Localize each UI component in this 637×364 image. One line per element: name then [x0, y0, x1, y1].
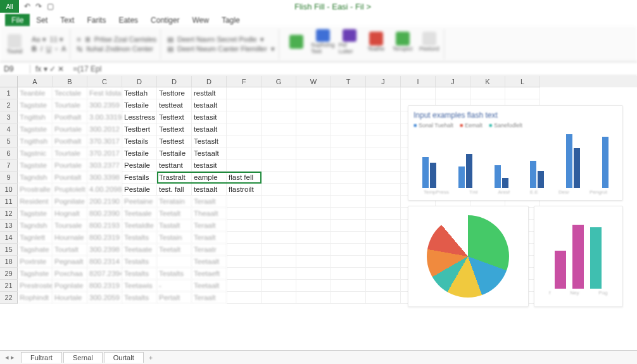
cell[interactable]: Tagshate [18, 244, 53, 256]
cell[interactable] [470, 172, 505, 184]
app-button[interactable]: All [0, 0, 19, 13]
column-header[interactable]: C [87, 76, 122, 87]
cell[interactable] [401, 111, 436, 123]
cell[interactable] [366, 256, 401, 268]
cell[interactable] [436, 256, 470, 268]
cell[interactable] [296, 256, 331, 268]
row-header[interactable]: 2 [0, 99, 18, 111]
cell[interactable]: 300.3398 [87, 172, 122, 184]
ribbon-tab-text[interactable]: Text [54, 14, 80, 27]
quick-access-toolbar[interactable]: ↶ ↷ ▢ [24, 2, 54, 11]
cell[interactable] [436, 280, 470, 292]
cell[interactable]: Hognalt [53, 208, 87, 220]
cell[interactable]: testteat [157, 99, 192, 111]
cell[interactable]: Testalts [122, 268, 157, 280]
cell[interactable]: 300.2359 [87, 99, 122, 111]
cell[interactable] [262, 244, 296, 256]
cell[interactable]: 300.2012 [87, 123, 122, 135]
cell[interactable] [470, 292, 505, 304]
cell[interactable] [262, 220, 296, 232]
table-row[interactable]: 10ProstrallePruptolelt4.00.2098Pestailet… [0, 184, 637, 196]
font-group[interactable]: Aa ▾11 ▾ BIU▫A [28, 29, 70, 60]
cell[interactable]: 800.2314 [87, 256, 122, 268]
cell[interactable] [436, 232, 470, 244]
cell[interactable]: Tourtale [53, 147, 87, 160]
cell[interactable]: Theaalt [192, 208, 227, 220]
name-box[interactable]: D9 [0, 65, 30, 73]
cell[interactable] [401, 87, 436, 99]
cell[interactable]: Testbert [122, 123, 157, 135]
cell[interactable]: Teraalt [192, 232, 227, 244]
cell[interactable]: testasit [192, 160, 227, 172]
cell[interactable] [436, 147, 470, 160]
cell[interactable] [436, 172, 470, 184]
cell[interactable]: Toursale [53, 220, 87, 232]
ribbon-tab-eates[interactable]: Eates [112, 14, 144, 27]
cell[interactable] [296, 208, 331, 220]
cell[interactable] [470, 147, 505, 160]
cell[interactable]: 800.2319 [87, 280, 122, 292]
column-header[interactable]: F [227, 76, 262, 87]
play-icon[interactable] [289, 35, 303, 49]
tab-nav-prev-icon[interactable]: ◂ ▸ [0, 353, 20, 361]
table-row[interactable]: 14TagnlettHournale800.2319TestaltsTestai… [0, 232, 637, 244]
worksheet[interactable]: ABCDDDFGWTJIJKL 1TeanbleTecctaleFest Ids… [0, 76, 637, 350]
cell[interactable]: Teetaalt [192, 280, 227, 292]
cell[interactable] [470, 208, 505, 220]
cell[interactable] [366, 160, 401, 172]
cell[interactable] [436, 208, 470, 220]
cell[interactable]: Pognlate [53, 280, 87, 292]
cell[interactable] [436, 268, 470, 280]
cell[interactable]: Trastralt [157, 172, 192, 184]
column-header[interactable]: L [505, 76, 540, 87]
cell[interactable] [262, 135, 296, 147]
cell[interactable]: Teetaeft [192, 268, 227, 280]
column-header[interactable]: B [53, 76, 87, 87]
cell[interactable] [401, 123, 436, 135]
cell[interactable]: 303.2377 [87, 160, 122, 172]
column-header[interactable]: G [262, 76, 296, 87]
cell[interactable] [436, 87, 470, 99]
cell[interactable] [470, 232, 505, 244]
table-row[interactable]: 9TagndshPountalt300.3398FestailsTrastral… [0, 172, 637, 184]
cell[interactable]: Testalts [122, 292, 157, 304]
column-header[interactable]: I [401, 76, 436, 87]
cell[interactable] [227, 280, 262, 292]
cell[interactable] [470, 111, 505, 123]
cell[interactable]: flastroilt [227, 184, 262, 196]
cell[interactable] [366, 220, 401, 232]
cell[interactable]: Tastalt [157, 220, 192, 232]
cell[interactable] [505, 220, 540, 232]
ribbon-tab-set[interactable]: Set [30, 14, 54, 27]
cell[interactable] [227, 123, 262, 135]
cell[interactable]: Pountalt [53, 172, 87, 184]
cell[interactable]: resttalt [192, 87, 227, 99]
cell[interactable] [470, 268, 505, 280]
ribbon-tab-wew[interactable]: Wew [186, 14, 215, 27]
table-row[interactable]: 3TngittshPoothalt3.00.3319LesstressTestt… [0, 111, 637, 123]
cell[interactable] [366, 172, 401, 184]
cell[interactable]: Teetaalt [192, 256, 227, 268]
cell[interactable]: Fest Idsta [87, 87, 122, 99]
cell[interactable] [331, 184, 366, 196]
cell[interactable] [296, 244, 331, 256]
cell[interactable] [436, 292, 470, 304]
cell[interactable] [505, 160, 540, 172]
cell[interactable]: eample [192, 172, 227, 184]
row-header[interactable]: 5 [0, 135, 18, 147]
cell[interactable] [227, 196, 262, 208]
table-row[interactable]: 13TagndshToursale800.2193TeetaldteTastal… [0, 220, 637, 232]
cell[interactable]: Poothalt [53, 111, 87, 123]
cell[interactable] [505, 99, 540, 111]
cell[interactable] [366, 292, 401, 304]
cell[interactable]: Teetaldte [122, 220, 157, 232]
cell[interactable] [505, 256, 540, 268]
cell[interactable] [331, 172, 366, 184]
row-header[interactable]: 6 [0, 147, 18, 160]
cell[interactable]: Teratain [157, 196, 192, 208]
row-header[interactable]: 10 [0, 184, 18, 196]
cell[interactable] [505, 172, 540, 184]
cell[interactable] [262, 123, 296, 135]
cell[interactable] [505, 244, 540, 256]
cell[interactable] [401, 135, 436, 147]
